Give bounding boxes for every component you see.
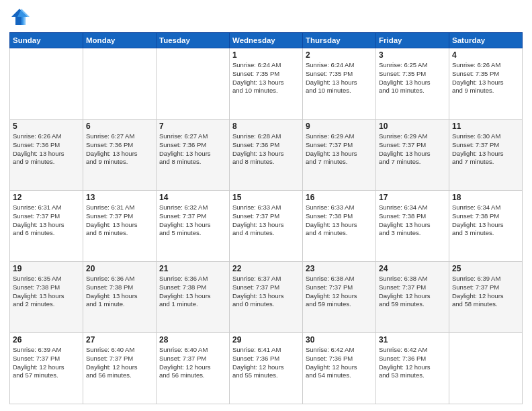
header-day-tuesday: Tuesday: [157, 33, 230, 48]
header-day-saturday: Saturday: [449, 33, 523, 48]
day-number-20: 20: [86, 264, 153, 273]
day-cell-23: 23Sunrise: 6:38 AM Sunset: 7:37 PM Dayli…: [303, 262, 376, 333]
day-number-14: 14: [159, 193, 226, 202]
week-row-1: 1Sunrise: 6:24 AM Sunset: 7:35 PM Daylig…: [10, 48, 523, 120]
day-number-31: 31: [379, 335, 446, 345]
header-day-monday: Monday: [83, 33, 157, 48]
empty-cell-0-0: [10, 48, 83, 120]
day-info-24: Sunrise: 6:38 AM Sunset: 7:37 PM Dayligh…: [379, 275, 446, 309]
day-info-18: Sunrise: 6:34 AM Sunset: 7:38 PM Dayligh…: [452, 203, 519, 238]
day-cell-10: 10Sunrise: 6:29 AM Sunset: 7:37 PM Dayli…: [376, 120, 449, 191]
day-info-9: Sunrise: 6:29 AM Sunset: 7:37 PM Dayligh…: [306, 132, 373, 167]
logo-icon: [9, 7, 30, 27]
header-day-thursday: Thursday: [303, 33, 376, 48]
day-info-3: Sunrise: 6:25 AM Sunset: 7:35 PM Dayligh…: [379, 61, 446, 95]
day-number-11: 11: [452, 122, 519, 131]
day-info-16: Sunrise: 6:33 AM Sunset: 7:38 PM Dayligh…: [306, 203, 373, 238]
day-number-24: 24: [379, 264, 446, 273]
day-number-13: 13: [86, 193, 153, 202]
day-info-26: Sunrise: 6:39 AM Sunset: 7:37 PM Dayligh…: [13, 346, 80, 380]
day-cell-7: 7Sunrise: 6:27 AM Sunset: 7:36 PM Daylig…: [157, 120, 230, 191]
day-info-11: Sunrise: 6:30 AM Sunset: 7:37 PM Dayligh…: [452, 132, 519, 167]
day-info-5: Sunrise: 6:26 AM Sunset: 7:36 PM Dayligh…: [13, 132, 80, 167]
day-info-12: Sunrise: 6:31 AM Sunset: 7:37 PM Dayligh…: [13, 203, 80, 238]
day-cell-14: 14Sunrise: 6:32 AM Sunset: 7:37 PM Dayli…: [157, 191, 230, 262]
day-cell-18: 18Sunrise: 6:34 AM Sunset: 7:38 PM Dayli…: [449, 191, 523, 262]
day-info-7: Sunrise: 6:27 AM Sunset: 7:36 PM Dayligh…: [159, 132, 226, 167]
day-cell-6: 6Sunrise: 6:27 AM Sunset: 7:36 PM Daylig…: [83, 120, 157, 191]
empty-cell-0-1: [83, 48, 157, 120]
empty-cell-0-2: [157, 48, 230, 120]
day-number-19: 19: [13, 264, 80, 273]
day-info-19: Sunrise: 6:35 AM Sunset: 7:38 PM Dayligh…: [13, 275, 80, 309]
day-cell-9: 9Sunrise: 6:29 AM Sunset: 7:37 PM Daylig…: [303, 120, 376, 191]
empty-cell-4-6: [449, 333, 523, 404]
day-number-4: 4: [452, 50, 519, 60]
day-cell-3: 3Sunrise: 6:25 AM Sunset: 7:35 PM Daylig…: [376, 48, 449, 120]
day-info-8: Sunrise: 6:28 AM Sunset: 7:36 PM Dayligh…: [232, 132, 300, 167]
day-number-10: 10: [379, 122, 446, 131]
day-info-13: Sunrise: 6:31 AM Sunset: 7:37 PM Dayligh…: [86, 203, 153, 238]
day-info-6: Sunrise: 6:27 AM Sunset: 7:36 PM Dayligh…: [86, 132, 153, 167]
day-number-2: 2: [306, 50, 373, 60]
day-cell-27: 27Sunrise: 6:40 AM Sunset: 7:37 PM Dayli…: [83, 333, 157, 404]
day-cell-21: 21Sunrise: 6:36 AM Sunset: 7:38 PM Dayli…: [157, 262, 230, 333]
day-number-12: 12: [13, 193, 80, 202]
day-number-27: 27: [86, 335, 153, 345]
day-cell-17: 17Sunrise: 6:34 AM Sunset: 7:38 PM Dayli…: [376, 191, 449, 262]
day-cell-12: 12Sunrise: 6:31 AM Sunset: 7:37 PM Dayli…: [10, 191, 83, 262]
header-day-sunday: Sunday: [10, 33, 83, 48]
day-cell-19: 19Sunrise: 6:35 AM Sunset: 7:38 PM Dayli…: [10, 262, 83, 333]
day-number-29: 29: [232, 335, 300, 345]
day-number-21: 21: [159, 264, 226, 273]
calendar-table: SundayMondayTuesdayWednesdayThursdayFrid…: [9, 32, 523, 404]
day-number-26: 26: [13, 335, 80, 345]
day-info-27: Sunrise: 6:40 AM Sunset: 7:37 PM Dayligh…: [86, 346, 153, 380]
day-cell-28: 28Sunrise: 6:40 AM Sunset: 7:37 PM Dayli…: [157, 333, 230, 404]
header-day-friday: Friday: [376, 33, 449, 48]
day-number-17: 17: [379, 193, 446, 202]
day-number-6: 6: [86, 122, 153, 131]
day-number-5: 5: [13, 122, 80, 131]
day-number-1: 1: [232, 50, 300, 60]
day-number-22: 22: [232, 264, 300, 273]
day-number-7: 7: [159, 122, 226, 131]
week-row-4: 19Sunrise: 6:35 AM Sunset: 7:38 PM Dayli…: [10, 262, 523, 333]
header: [9, 7, 523, 27]
day-info-10: Sunrise: 6:29 AM Sunset: 7:37 PM Dayligh…: [379, 132, 446, 167]
logo: [9, 7, 32, 27]
day-info-23: Sunrise: 6:38 AM Sunset: 7:37 PM Dayligh…: [306, 275, 373, 309]
day-number-8: 8: [232, 122, 300, 131]
header-day-wednesday: Wednesday: [230, 33, 303, 48]
week-row-5: 26Sunrise: 6:39 AM Sunset: 7:37 PM Dayli…: [10, 333, 523, 404]
day-info-25: Sunrise: 6:39 AM Sunset: 7:37 PM Dayligh…: [452, 275, 519, 309]
day-info-15: Sunrise: 6:33 AM Sunset: 7:37 PM Dayligh…: [232, 203, 300, 238]
day-number-9: 9: [306, 122, 373, 131]
day-number-15: 15: [232, 193, 300, 202]
day-cell-4: 4Sunrise: 6:26 AM Sunset: 7:35 PM Daylig…: [449, 48, 523, 120]
page: SundayMondayTuesdayWednesdayThursdayFrid…: [0, 0, 532, 411]
day-cell-29: 29Sunrise: 6:41 AM Sunset: 7:36 PM Dayli…: [230, 333, 303, 404]
day-info-4: Sunrise: 6:26 AM Sunset: 7:35 PM Dayligh…: [452, 61, 519, 95]
day-cell-15: 15Sunrise: 6:33 AM Sunset: 7:37 PM Dayli…: [230, 191, 303, 262]
day-info-2: Sunrise: 6:24 AM Sunset: 7:35 PM Dayligh…: [306, 61, 373, 95]
day-info-21: Sunrise: 6:36 AM Sunset: 7:38 PM Dayligh…: [159, 275, 226, 309]
day-info-30: Sunrise: 6:42 AM Sunset: 7:36 PM Dayligh…: [306, 346, 373, 380]
day-cell-8: 8Sunrise: 6:28 AM Sunset: 7:36 PM Daylig…: [230, 120, 303, 191]
day-cell-2: 2Sunrise: 6:24 AM Sunset: 7:35 PM Daylig…: [303, 48, 376, 120]
day-number-18: 18: [452, 193, 519, 202]
day-cell-1: 1Sunrise: 6:24 AM Sunset: 7:35 PM Daylig…: [230, 48, 303, 120]
day-cell-13: 13Sunrise: 6:31 AM Sunset: 7:37 PM Dayli…: [83, 191, 157, 262]
day-cell-20: 20Sunrise: 6:36 AM Sunset: 7:38 PM Dayli…: [83, 262, 157, 333]
day-number-16: 16: [306, 193, 373, 202]
day-cell-16: 16Sunrise: 6:33 AM Sunset: 7:38 PM Dayli…: [303, 191, 376, 262]
day-number-30: 30: [306, 335, 373, 345]
day-info-14: Sunrise: 6:32 AM Sunset: 7:37 PM Dayligh…: [159, 203, 226, 238]
day-info-29: Sunrise: 6:41 AM Sunset: 7:36 PM Dayligh…: [232, 346, 300, 380]
day-cell-31: 31Sunrise: 6:42 AM Sunset: 7:36 PM Dayli…: [376, 333, 449, 404]
day-cell-26: 26Sunrise: 6:39 AM Sunset: 7:37 PM Dayli…: [10, 333, 83, 404]
day-info-22: Sunrise: 6:37 AM Sunset: 7:37 PM Dayligh…: [232, 275, 300, 309]
calendar-header-row: SundayMondayTuesdayWednesdayThursdayFrid…: [10, 33, 523, 48]
day-number-23: 23: [306, 264, 373, 273]
day-info-31: Sunrise: 6:42 AM Sunset: 7:36 PM Dayligh…: [379, 346, 446, 380]
